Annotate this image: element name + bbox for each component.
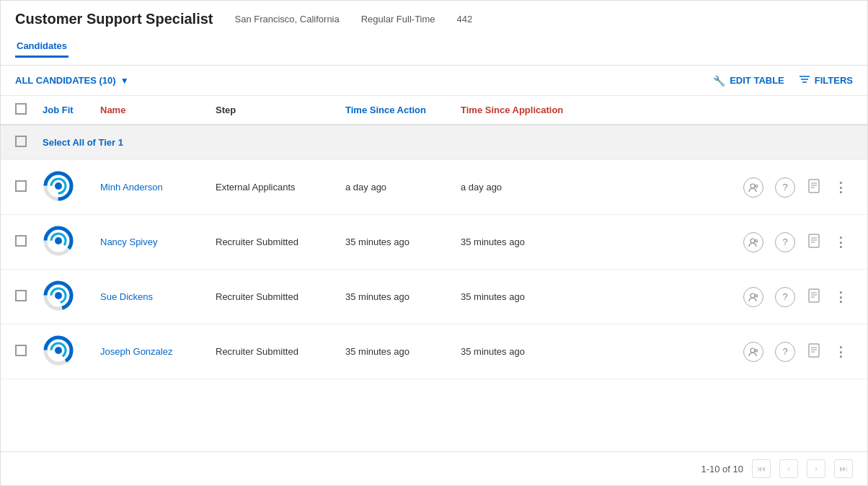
- more-options-icon-2[interactable]: ⋮: [834, 234, 847, 250]
- header-meta: San Francisco, California Regular Full-T…: [235, 14, 473, 25]
- location: San Francisco, California: [235, 14, 340, 25]
- document-icon-2[interactable]: [807, 233, 823, 252]
- svg-point-18: [750, 239, 755, 243]
- toolbar: ALL CANDIDATES (10) ▼ 🔧 EDIT TABLE FILTE…: [1, 66, 867, 96]
- action-icons-cell: ? ? ⋮: [599, 160, 867, 215]
- name-cell: Sue Dickens: [94, 270, 210, 324]
- document-icon-1[interactable]: [807, 178, 823, 197]
- svg-rect-43: [809, 344, 819, 357]
- pagination: 1-10 of 10 ⏮ ‹ › ⏭: [1, 451, 867, 485]
- page-header: Customer Support Specialist San Francisc…: [1, 1, 867, 66]
- tier-row: Select All of Tier 1: [1, 125, 867, 160]
- name-cell: Joseph Gonzalez: [94, 324, 210, 379]
- header-actions: [599, 96, 867, 125]
- interview-guide-icon-1[interactable]: ?: [743, 177, 763, 198]
- edit-table-button[interactable]: 🔧 EDIT TABLE: [713, 75, 784, 87]
- interview-guide-icon-2[interactable]: ?: [743, 232, 763, 252]
- name-cell: Nancy Spivey: [94, 215, 210, 270]
- wrench-icon: 🔧: [713, 75, 725, 87]
- svg-point-28: [55, 292, 62, 299]
- row-checkbox-3[interactable]: [15, 290, 27, 301]
- step-cell: Recruiter Submitted: [210, 324, 340, 379]
- action-icons-cell: ? ? ⋮: [599, 270, 867, 324]
- action-icons-cell: ? ? ⋮: [599, 215, 867, 270]
- tier-checkbox[interactable]: [15, 136, 27, 147]
- table-row: Joseph Gonzalez Recruiter Submitted 35 m…: [1, 324, 867, 379]
- jobfit-cell: [37, 160, 94, 215]
- tab-candidates[interactable]: Candidates: [15, 36, 68, 58]
- edit-table-label: EDIT TABLE: [730, 75, 784, 86]
- table-header-row: Job Fit Name Step Time Since Action Time…: [1, 96, 867, 125]
- svg-point-17: [55, 237, 62, 244]
- filters-button[interactable]: FILTERS: [799, 74, 853, 87]
- jobfit-cell: [37, 324, 94, 379]
- jobfit-cell: [37, 270, 94, 324]
- interview-guide-icon-4[interactable]: ?: [743, 342, 763, 362]
- header-top: Customer Support Specialist San Francisc…: [15, 11, 853, 27]
- svg-point-29: [750, 293, 755, 298]
- svg-point-40: [750, 348, 755, 353]
- svg-rect-32: [809, 289, 819, 302]
- header-name: Name: [94, 96, 210, 125]
- last-page-button[interactable]: ⏭: [834, 459, 853, 478]
- document-icon-4[interactable]: [807, 343, 823, 361]
- svg-rect-10: [809, 180, 819, 193]
- tier-label[interactable]: Select All of Tier 1: [43, 137, 123, 148]
- since-action-cell: 35 minutes ago: [340, 270, 455, 324]
- table-container: Job Fit Name Step Time Since Action Time…: [1, 96, 867, 451]
- select-all-checkbox[interactable]: [15, 103, 27, 115]
- table-row: Sue Dickens Recruiter Submitted 35 minut…: [1, 270, 867, 324]
- table-row: Nancy Spivey Recruiter Submitted 35 minu…: [1, 215, 867, 270]
- row-checkbox-2[interactable]: [15, 235, 27, 247]
- step-cell: Recruiter Submitted: [210, 270, 340, 324]
- pagination-range: 1-10 of 10: [701, 464, 743, 474]
- more-options-icon-1[interactable]: ⋮: [834, 180, 847, 195]
- svg-text:?: ?: [756, 350, 758, 354]
- action-icons-cell: ? ? ⋮: [599, 324, 867, 379]
- since-action-cell: 35 minutes ago: [340, 324, 455, 379]
- page-container: Customer Support Specialist San Francisc…: [0, 0, 868, 486]
- header-checkbox-col: [1, 96, 37, 125]
- step-cell: Recruiter Submitted: [210, 215, 340, 270]
- svg-point-6: [55, 182, 62, 190]
- svg-text:?: ?: [756, 241, 758, 244]
- help-icon-2[interactable]: ?: [775, 232, 795, 252]
- prev-page-button[interactable]: ‹: [779, 459, 798, 478]
- row-checkbox-4[interactable]: [15, 345, 27, 356]
- help-icon-3[interactable]: ?: [775, 287, 795, 307]
- filters-label: FILTERS: [815, 75, 853, 86]
- header-step: Step: [210, 96, 340, 125]
- candidates-label: ALL CANDIDATES (10): [15, 75, 116, 86]
- chevron-down-icon: ▼: [120, 76, 129, 86]
- row-checkbox-1[interactable]: [15, 180, 27, 192]
- svg-point-7: [750, 184, 755, 188]
- header-since-app: Time Since Application: [455, 96, 599, 125]
- since-app-cell: 35 minutes ago: [455, 270, 599, 324]
- step-cell: External Applicants: [210, 160, 340, 215]
- first-page-button[interactable]: ⏮: [752, 459, 771, 478]
- job-title: Customer Support Specialist: [15, 11, 213, 27]
- svg-text:?: ?: [756, 186, 758, 190]
- table-row: Minh Anderson External Applicants a day …: [1, 160, 867, 215]
- all-candidates-button[interactable]: ALL CANDIDATES (10) ▼: [15, 75, 129, 86]
- tabs-bar: Candidates: [15, 36, 853, 58]
- job-id: 442: [457, 14, 473, 25]
- since-action-cell: 35 minutes ago: [340, 215, 455, 270]
- name-cell: Minh Anderson: [94, 160, 210, 215]
- svg-text:?: ?: [756, 296, 758, 299]
- svg-rect-21: [809, 234, 819, 247]
- interview-guide-icon-3[interactable]: ?: [743, 287, 763, 307]
- help-icon-1[interactable]: ?: [775, 177, 795, 198]
- header-jobfit: Job Fit: [37, 96, 94, 125]
- employment-type: Regular Full-Time: [361, 14, 435, 25]
- jobfit-cell: [37, 215, 94, 270]
- document-icon-3[interactable]: [807, 288, 823, 306]
- filter-icon: [799, 74, 810, 87]
- help-icon-4[interactable]: ?: [775, 342, 795, 362]
- toolbar-right: 🔧 EDIT TABLE FILTERS: [713, 74, 853, 87]
- more-options-icon-3[interactable]: ⋮: [834, 289, 847, 305]
- more-options-icon-4[interactable]: ⋮: [834, 344, 847, 360]
- since-app-cell: a day ago: [455, 160, 599, 215]
- next-page-button[interactable]: ›: [807, 459, 825, 478]
- header-since-action: Time Since Action: [340, 96, 455, 125]
